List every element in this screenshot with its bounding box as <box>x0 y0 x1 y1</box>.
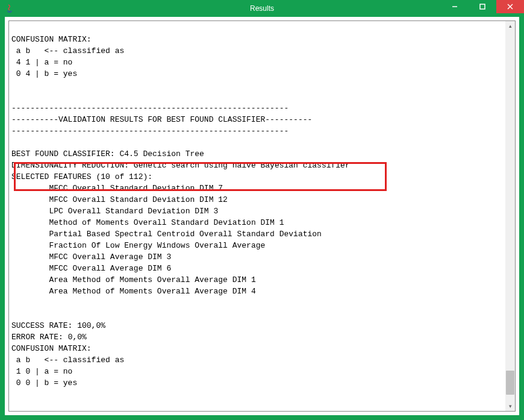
title-bar[interactable]: Results <box>0 0 524 17</box>
text-line: a b <-- classified as <box>11 46 124 55</box>
feature-line: MFCC Overall Standard Deviation DIM 7 <box>11 184 223 193</box>
content-panel: CONFUSION MATRIX: a b <-- classified as … <box>5 17 519 415</box>
text-line: ----------VALIDATION RESULTS FOR BEST FO… <box>11 115 312 124</box>
feature-line: LPC Overall Standard Deviation DIM 3 <box>11 207 218 216</box>
scroll-thumb[interactable] <box>506 371 514 395</box>
vertical-scrollbar[interactable]: ▴ ▾ <box>505 21 515 411</box>
feature-line: MFCC Overall Average DIM 3 <box>11 252 171 262</box>
window-title: Results <box>250 4 274 13</box>
text-line: 4 1 | a = no <box>11 58 72 67</box>
text-line: CONFUSION MATRIX: <box>11 344 92 353</box>
feature-line: Method of Moments Overall Standard Devia… <box>11 218 284 227</box>
maximize-button[interactable] <box>469 0 496 13</box>
feature-line: Fraction Of Low Energy Windows Overall A… <box>11 241 265 250</box>
text-line: SELECTED FEATURES (10 of 112): <box>11 172 152 181</box>
text-line: DIMENSIONALITY REDUCTION: Genetic search… <box>11 161 350 170</box>
minimize-button[interactable] <box>441 0 469 13</box>
window-controls <box>441 0 524 13</box>
scroll-up-arrow[interactable]: ▴ <box>505 21 515 31</box>
text-line: 0 0 | b = yes <box>11 378 77 387</box>
close-button[interactable] <box>496 0 524 13</box>
feature-line: Area Method of Moments Overall Average D… <box>11 275 256 284</box>
scroll-down-arrow[interactable]: ▾ <box>505 401 515 411</box>
results-text[interactable]: CONFUSION MATRIX: a b <-- classified as … <box>9 21 505 411</box>
text-line: ----------------------------------------… <box>11 104 289 113</box>
feature-line: MFCC Overall Average DIM 6 <box>11 264 171 273</box>
text-line: ----------------------------------------… <box>11 127 289 136</box>
text-line: a b <-- classified as <box>11 356 124 365</box>
feature-line: Partial Based Spectral Centroid Overall … <box>11 230 322 239</box>
feature-line: Area Method of Moments Overall Average D… <box>11 287 256 296</box>
app-window: Results CONFUSION MATRIX: a b <-- classi… <box>0 0 524 420</box>
text-line: 0 4 | b = yes <box>11 69 77 78</box>
text-line: BEST FOUND CLASSIFIER: C4.5 Decision Tre… <box>11 149 204 158</box>
java-icon <box>5 4 14 13</box>
text-line: 1 0 | a = no <box>11 367 72 376</box>
text-line: CONFUSION MATRIX: <box>11 35 92 44</box>
feature-line: MFCC Overall Standard Deviation DIM 12 <box>11 195 228 204</box>
results-textarea-container: CONFUSION MATRIX: a b <-- classified as … <box>8 20 516 412</box>
text-line: ERROR RATE: 0,0% <box>11 333 87 342</box>
svg-rect-1 <box>480 4 485 9</box>
text-line: SUCCESS RATE: 100,0% <box>11 321 105 330</box>
